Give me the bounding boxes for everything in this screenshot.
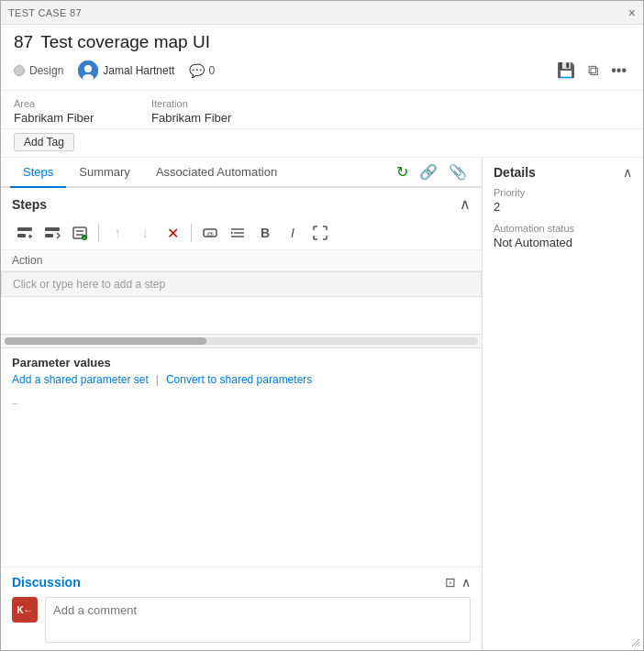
copy-button[interactable]: ⧉ [584,61,602,81]
insert-shared-steps-button[interactable] [39,220,65,246]
svg-rect-4 [17,234,26,237]
iteration-label: Iteration [151,98,261,109]
comment-badge[interactable]: 💬 0 [189,63,215,78]
comment-icon: 💬 [189,63,205,78]
work-item-title-row: 87 Test coverage map UI [14,32,630,52]
save-button[interactable]: 💾 [553,60,579,81]
main-window: TEST CASE 87 × 87 Test coverage map UI D… [0,0,644,651]
discussion-section: Discussion ⊡ ∧ K← [1,567,482,650]
discussion-icons: ⊡ ∧ [445,575,471,590]
move-up-button[interactable]: ↑ [105,220,130,246]
delete-step-button[interactable]: ✕ [160,220,185,246]
svg-text:+: + [83,235,86,240]
steps-spacer [1,297,482,334]
resize-icon [630,637,641,648]
horizontal-scrollbar[interactable] [1,334,482,348]
move-down-button[interactable]: ↓ [132,220,158,246]
status-badge[interactable]: Design [14,64,63,77]
main-panel: Steps Summary Associated Automation ↻ 🔗 … [1,158,483,650]
svg-line-21 [638,645,639,646]
priority-label: Priority [494,187,632,198]
svg-point-1 [84,65,92,72]
details-collapse-button[interactable]: ∧ [623,165,632,180]
automation-status-field: Automation status Not Automated [494,223,632,249]
scrollbar-track [5,337,478,345]
discussion-header: Discussion ⊡ ∧ [12,575,471,590]
parameters-button[interactable]: @ [197,220,223,246]
add-step-row[interactable]: Click or type here to add a step [1,271,482,298]
link-icon[interactable]: 🔗 [417,161,439,182]
svg-rect-6 [29,235,31,238]
add-shared-param-link[interactable]: Add a shared parameter set [12,373,149,386]
steps-section-header: Steps ∧ [1,188,482,216]
resize-handle[interactable] [630,637,643,650]
user-initials: K← [17,605,32,615]
toolbar-separator-1 [98,224,99,242]
attachment-icon[interactable]: 📎 [447,161,469,182]
meta-bar: Design Jamal Hartnett 💬 0 💾 ⧉ [14,60,630,84]
tab-action-icons: ↻ 🔗 📎 [391,158,472,186]
user-name: Jamal Hartnett [103,64,174,77]
create-shared-steps-button[interactable]: + [67,220,93,246]
title-bar: TEST CASE 87 × [1,1,643,25]
details-title: Details [494,165,536,180]
action-column-header: Action [1,250,482,271]
status-dot [14,65,25,76]
refresh-icon[interactable]: ↻ [394,161,410,182]
comment-area: K← [12,597,471,643]
steps-toolbar: + ↑ ↓ ✕ @ [1,216,482,250]
add-tag-button[interactable]: Add Tag [14,133,74,151]
separator-dash: – [1,393,482,412]
add-step-cell[interactable]: Click or type here to add a step [1,271,482,297]
convert-shared-params-link[interactable]: Convert to shared parameters [166,373,312,386]
priority-value[interactable]: 2 [494,200,632,214]
svg-rect-7 [45,227,60,231]
discussion-title: Discussion [12,575,81,590]
tab-steps[interactable]: Steps [10,158,66,188]
svg-rect-3 [17,227,32,231]
side-panel: Details ∧ Priority 2 Automation status N… [483,158,643,650]
comment-input[interactable] [45,597,471,643]
fullscreen-button[interactable] [307,220,333,246]
steps-collapse-button[interactable]: ∧ [460,195,471,213]
insert-step-button[interactable] [12,220,38,246]
header-toolbar: 💾 ⧉ ••• [553,60,630,81]
param-values-title: Parameter values [12,356,471,370]
tags-row: Add Tag [1,129,643,158]
details-section-header: Details ∧ [494,165,632,180]
svg-rect-8 [45,234,53,237]
steps-section-title: Steps [12,197,47,212]
discussion-collapse-button[interactable]: ∧ [461,575,471,590]
priority-field: Priority 2 [494,187,632,214]
indent-button[interactable] [225,220,250,246]
italic-button[interactable]: I [280,220,305,246]
area-field: Area Fabrikam Fiber [14,98,124,125]
steps-section: Steps ∧ [1,188,482,567]
steps-table: Action Click or type here to add a step [1,250,482,297]
area-value[interactable]: Fabrikam Fiber [14,111,124,125]
iteration-value[interactable]: Fabrikam Fiber [151,111,261,125]
user-info[interactable]: Jamal Hartnett [78,61,174,81]
automation-status-label: Automation status [494,223,632,234]
bold-button[interactable]: B [252,220,278,246]
more-button[interactable]: ••• [607,61,630,81]
param-links: Add a shared parameter set | Convert to … [12,373,471,386]
user-avatar: K← [12,597,38,623]
discussion-expand-button[interactable]: ⊡ [445,575,456,590]
tabs-bar: Steps Summary Associated Automation ↻ 🔗 … [1,158,482,188]
work-item-header: 87 Test coverage map UI Design Jamal Har… [1,25,643,91]
comment-count: 0 [208,64,215,77]
scrollbar-thumb[interactable] [5,337,206,345]
status-label: Design [29,64,63,77]
tab-summary[interactable]: Summary [66,158,143,188]
tab-associated-automation[interactable]: Associated Automation [143,158,290,188]
iteration-field: Iteration Fabrikam Fiber [151,98,261,125]
area-label: Area [14,98,124,109]
svg-text:@: @ [206,230,214,238]
fields-row: Area Fabrikam Fiber Iteration Fabrikam F… [1,91,643,129]
work-item-id: 87 [14,32,33,52]
close-button[interactable]: × [628,6,636,19]
toolbar-separator-2 [191,224,192,242]
parameter-values-section: Parameter values Add a shared parameter … [1,348,482,393]
title-bar-text: TEST CASE 87 [8,7,82,18]
